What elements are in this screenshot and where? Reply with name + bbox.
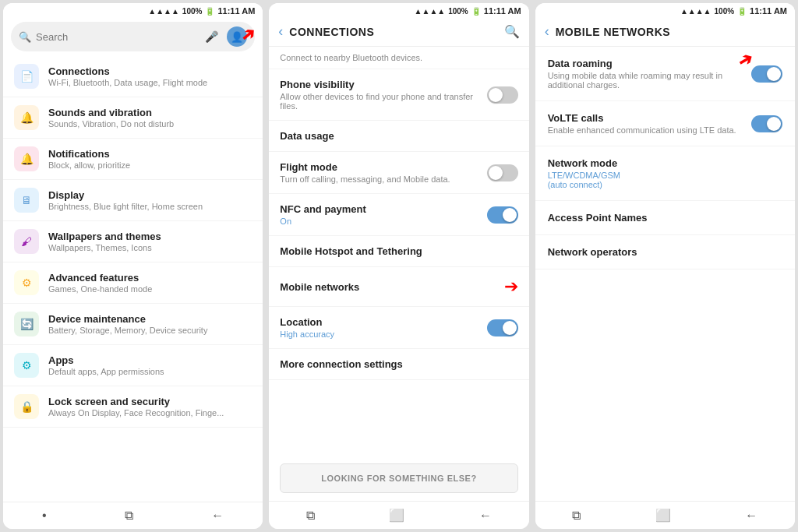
conn-item-mobile-networks[interactable]: Mobile networks ➔ bbox=[269, 267, 528, 307]
panel1-phone: ▲▲▲▲ 100% 🔋 11:11 AM 🔍 🎤 👤 ➔ 📄 Connectio… bbox=[3, 3, 263, 529]
battery-icon-2: 🔋 bbox=[471, 7, 481, 16]
sidebar-item-notifications[interactable]: 🔔 Notifications Block, allow, prioritize bbox=[3, 139, 263, 180]
lockscreen-subtitle: Always On Display, Face Recognition, Fin… bbox=[48, 408, 252, 417]
mobile-networks-text: Mobile networks bbox=[280, 281, 497, 293]
toggle-knob bbox=[503, 208, 517, 222]
data-roaming-row: Data roaming Using mobile data while roa… bbox=[548, 58, 782, 90]
nav-home-2[interactable]: ⬜ bbox=[389, 508, 404, 523]
looking-box[interactable]: LOOKING FOR SOMETHING ELSE? bbox=[280, 463, 517, 493]
conn-item-hotspot[interactable]: Mobile Hotspot and Tethering bbox=[269, 236, 528, 267]
battery-icon-1: 🔋 bbox=[205, 7, 214, 16]
advanced-subtitle: Games, One-handed mode bbox=[48, 284, 252, 294]
conn-item-data-usage[interactable]: Data usage bbox=[269, 121, 528, 152]
location-toggle[interactable] bbox=[487, 319, 518, 336]
signal-icon-2: ▲▲▲▲ bbox=[415, 7, 446, 16]
status-bar-1: ▲▲▲▲ 100% 🔋 11:11 AM bbox=[3, 3, 263, 17]
data-usage-title: Data usage bbox=[280, 130, 517, 142]
sidebar-item-maintenance[interactable]: 🔄 Device maintenance Battery, Storage, M… bbox=[3, 304, 263, 345]
conn-item-location[interactable]: Location High accuracy bbox=[269, 307, 528, 349]
network-mode-title: Network mode bbox=[548, 157, 782, 169]
nav-square-3[interactable]: ⧉ bbox=[572, 509, 581, 523]
time-3: 11:11 AM bbox=[750, 6, 787, 16]
nav-home-3[interactable]: ⬜ bbox=[655, 508, 671, 523]
lockscreen-text: Lock screen and security Always On Displ… bbox=[48, 396, 252, 417]
data-roaming-subtitle: Using mobile data while roaming may resu… bbox=[548, 71, 751, 90]
volte-toggle[interactable] bbox=[751, 115, 782, 132]
apn-title: Access Point Names bbox=[548, 212, 782, 224]
mobile-item-data-roaming[interactable]: Data roaming Using mobile data while roa… bbox=[535, 47, 795, 101]
more-settings-text: More connection settings bbox=[280, 358, 517, 370]
maintenance-text: Device maintenance Battery, Storage, Mem… bbox=[48, 313, 252, 335]
nav-dot-1[interactable]: • bbox=[42, 509, 47, 523]
sidebar-item-connections[interactable]: 📄 Connections Wi-Fi, Bluetooth, Data usa… bbox=[3, 56, 263, 97]
sidebar-item-lockscreen[interactable]: 🔒 Lock screen and security Always On Dis… bbox=[3, 386, 263, 428]
connections-title: Connections bbox=[48, 65, 252, 77]
conn-item-nfc[interactable]: NFC and payment On bbox=[269, 194, 528, 236]
phone-visibility-title: Phone visibility bbox=[280, 79, 486, 90]
data-roaming-toggle[interactable] bbox=[751, 65, 782, 83]
conn-item-flight-mode[interactable]: Flight mode Turn off calling, messaging,… bbox=[269, 152, 528, 194]
mobile-item-volte[interactable]: VoLTE calls Enable enhanced communicatio… bbox=[535, 101, 795, 146]
mobile-item-network-operators[interactable]: Network operators bbox=[535, 235, 795, 270]
toggle-knob bbox=[767, 67, 781, 81]
sidebar-item-sounds[interactable]: 🔔 Sounds and vibration Sounds, Vibration… bbox=[3, 97, 263, 139]
flight-mode-text: Flight mode Turn off calling, messaging,… bbox=[280, 161, 486, 184]
panel2-search-icon[interactable]: 🔍 bbox=[504, 24, 520, 39]
search-input[interactable] bbox=[36, 31, 196, 43]
mobile-item-apn[interactable]: Access Point Names bbox=[535, 201, 795, 235]
mobile-networks-title: Mobile networks bbox=[280, 281, 497, 293]
mobile-item-network-mode[interactable]: Network mode LTE/WCDMA/GSM(auto connect) bbox=[535, 146, 795, 201]
maintenance-title: Device maintenance bbox=[48, 313, 252, 325]
wallpapers-icon: 🖌 bbox=[14, 229, 39, 254]
back-arrow-3[interactable]: ‹ bbox=[545, 23, 549, 40]
connections-text: Connections Wi-Fi, Bluetooth, Data usage… bbox=[48, 65, 252, 87]
network-operators-title: Network operators bbox=[548, 246, 782, 258]
notifications-text: Notifications Block, allow, prioritize bbox=[48, 148, 252, 170]
lockscreen-title: Lock screen and security bbox=[48, 396, 252, 407]
nav-back-1[interactable]: ← bbox=[211, 509, 224, 523]
search-icon: 🔍 bbox=[19, 31, 31, 43]
mic-icon[interactable]: 🎤 bbox=[200, 26, 222, 48]
conn-item-phone-visibility[interactable]: Phone visibility Allow other devices to … bbox=[269, 69, 528, 121]
nfc-subtitle: On bbox=[280, 217, 486, 226]
sidebar-item-wallpapers[interactable]: 🖌 Wallpapers and themes Wallpapers, Them… bbox=[3, 221, 263, 262]
sounds-subtitle: Sounds, Vibration, Do not disturb bbox=[48, 119, 252, 129]
nfc-toggle[interactable] bbox=[487, 206, 518, 224]
status-bar-3: ▲▲▲▲ 100% 🔋 11:11 AM bbox=[535, 3, 795, 17]
data-usage-text: Data usage bbox=[280, 130, 517, 142]
nav-square-1[interactable]: ⧉ bbox=[125, 509, 133, 523]
panel3-title: MOBILE NETWORKS bbox=[556, 26, 786, 38]
search-bar[interactable]: 🔍 🎤 👤 bbox=[11, 22, 255, 51]
display-text: Display Brightness, Blue light filter, H… bbox=[48, 189, 252, 211]
back-arrow-2[interactable]: ‹ bbox=[278, 23, 283, 40]
sidebar-item-apps[interactable]: ⚙ Apps Default apps, App permissions bbox=[3, 345, 263, 386]
toggle-knob bbox=[503, 321, 517, 335]
phone-visibility-subtitle: Allow other devices to find your phone a… bbox=[280, 92, 486, 111]
wallpapers-title: Wallpapers and themes bbox=[48, 231, 252, 242]
advanced-text: Advanced features Games, One-handed mode bbox=[48, 272, 252, 294]
advanced-title: Advanced features bbox=[48, 272, 252, 284]
nav-square-2[interactable]: ⧉ bbox=[306, 509, 315, 523]
data-roaming-title: Data roaming bbox=[548, 58, 751, 69]
profile-icon[interactable]: 👤 bbox=[227, 26, 247, 47]
flight-mode-toggle[interactable] bbox=[487, 164, 518, 181]
settings-list-1: 📄 Connections Wi-Fi, Bluetooth, Data usa… bbox=[3, 56, 263, 502]
sidebar-item-display[interactable]: 🖥 Display Brightness, Blue light filter,… bbox=[3, 180, 263, 221]
volte-text: VoLTE calls Enable enhanced communicatio… bbox=[548, 112, 751, 135]
sounds-text: Sounds and vibration Sounds, Vibration, … bbox=[48, 107, 252, 129]
volte-row: VoLTE calls Enable enhanced communicatio… bbox=[548, 112, 782, 135]
maintenance-subtitle: Battery, Storage, Memory, Device securit… bbox=[48, 326, 252, 335]
conn-item-more-settings[interactable]: More connection settings bbox=[269, 349, 528, 380]
bottom-nav-1: • ⧉ ← bbox=[3, 502, 263, 529]
phone-visibility-toggle[interactable] bbox=[487, 86, 518, 104]
nav-back-3[interactable]: ← bbox=[745, 509, 757, 523]
connections-list: Phone visibility Allow other devices to … bbox=[269, 69, 528, 456]
time-2: 11:11 AM bbox=[484, 6, 521, 16]
data-roaming-text: Data roaming Using mobile data while roa… bbox=[548, 58, 751, 90]
sidebar-item-advanced[interactable]: ⚙ Advanced features Games, One-handed mo… bbox=[3, 262, 263, 304]
battery-1: 100% bbox=[182, 7, 203, 16]
signal-icon-3: ▲▲▲▲ bbox=[680, 7, 711, 16]
battery-3: 100% bbox=[715, 7, 735, 16]
nav-back-2[interactable]: ← bbox=[479, 509, 492, 523]
panel2-header: ‹ CONNECTIONS 🔍 bbox=[269, 17, 528, 47]
